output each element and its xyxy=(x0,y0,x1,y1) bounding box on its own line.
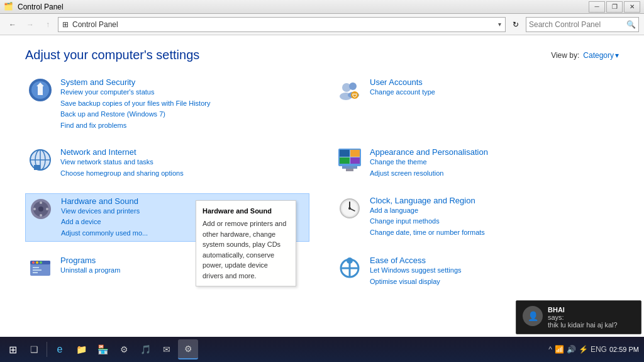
search-box[interactable]: 🔍 xyxy=(526,17,639,32)
notification-popup: 👤 BHAI says: thik lu kidair hai aj kal? xyxy=(516,300,641,334)
programs-name[interactable]: Programs xyxy=(60,256,96,265)
clock-language-link-2[interactable]: Change input methods xyxy=(370,216,616,227)
appearance-name[interactable]: Appearance and Personalisation xyxy=(370,147,488,157)
edge-button[interactable]: e xyxy=(50,339,70,359)
store-button[interactable]: 🏪 xyxy=(92,339,113,359)
network-internet-text: Network and Internet View network status… xyxy=(60,147,307,179)
media-button[interactable]: 🎵 xyxy=(135,339,155,359)
system-security-link-3[interactable]: Back up and Restore (Windows 7) xyxy=(60,109,307,120)
clock-language-text: Clock, Language and Region Add a languag… xyxy=(370,196,616,240)
system-clock[interactable]: 02:59 PM xyxy=(609,345,639,354)
tooltip-description: Add or remove printers and other hardwar… xyxy=(203,218,289,281)
clock-language-link-3[interactable]: Change date, time or number formats xyxy=(370,227,616,239)
hardware-sound-name[interactable]: Hardware and Sound xyxy=(61,196,138,206)
task-view-icon: ❑ xyxy=(30,344,38,354)
search-icon: 🔍 xyxy=(626,20,636,29)
power-tray-icon[interactable]: ⚡ xyxy=(579,345,588,354)
main-content: Adjust your computer's settings View by:… xyxy=(0,35,644,337)
network-internet-link-1[interactable]: View network status and tasks xyxy=(60,157,307,168)
view-by-label: View by: xyxy=(551,51,579,60)
close-button[interactable]: ✕ xyxy=(624,1,640,13)
svg-rect-22 xyxy=(346,169,353,171)
hardware-sound-icon xyxy=(28,196,53,222)
system-security-link-1[interactable]: Review your computer's status xyxy=(60,87,307,98)
clock-language-link-1[interactable]: Add a language xyxy=(370,205,616,217)
appearance-link-1[interactable]: Change the theme xyxy=(370,157,616,168)
notification-action: says: xyxy=(548,314,618,321)
title-bar: 🗂️ Control Panel ─ ❐ ✕ xyxy=(0,0,644,14)
ease-of-access-link-2[interactable]: Optimise visual display xyxy=(370,276,616,288)
mail-button[interactable]: ✉ xyxy=(157,339,177,359)
lang-tray[interactable]: ENG xyxy=(591,345,607,354)
search-input[interactable] xyxy=(529,20,626,29)
start-button[interactable]: ⊞ xyxy=(3,339,23,359)
control-panel-icon: ⚙ xyxy=(184,344,192,354)
system-security-name[interactable]: System and Security xyxy=(60,77,135,87)
refresh-button[interactable]: ↻ xyxy=(508,17,523,32)
svg-rect-42 xyxy=(33,269,42,271)
user-accounts-icon: 🛡 xyxy=(337,77,362,103)
view-by-dropdown[interactable]: Category ▾ xyxy=(583,51,619,60)
restore-button[interactable]: ❐ xyxy=(606,1,623,13)
network-internet-link-2[interactable]: Choose homegroup and sharing options xyxy=(60,168,307,179)
minimize-button[interactable]: ─ xyxy=(589,1,605,13)
system-tray: ^ 📶 🔊 ⚡ ENG 02:59 PM xyxy=(546,345,641,354)
svg-point-35 xyxy=(348,207,351,210)
notification-message: thik lu kidair hai aj kal? xyxy=(548,321,618,329)
network-internet-name[interactable]: Network and Internet xyxy=(60,147,136,157)
programs-icon xyxy=(28,256,53,281)
system-security-link-4[interactable]: Find and fix problems xyxy=(60,120,307,132)
page-title: Adjust your computer's settings xyxy=(25,48,199,62)
appearance-link-2[interactable]: Adjust screen resolution xyxy=(370,168,616,179)
ease-of-access-text: Ease of Access Let Windows suggest setti… xyxy=(370,256,616,287)
up-button[interactable]: ↑ xyxy=(40,17,55,32)
svg-rect-17 xyxy=(340,150,350,157)
svg-point-39 xyxy=(36,261,38,264)
svg-point-40 xyxy=(40,261,42,264)
svg-rect-41 xyxy=(33,267,39,268)
control-panel-taskbar-button[interactable]: ⚙ xyxy=(178,339,198,359)
ease-of-access-link-1[interactable]: Let Windows suggest settings xyxy=(370,265,616,276)
taskbar-divider xyxy=(47,342,47,357)
system-security-link-2[interactable]: Save backup copies of your files with Fi… xyxy=(60,98,307,110)
forward-button[interactable]: → xyxy=(23,17,38,32)
appearance-icon xyxy=(337,147,362,173)
view-by: View by: Category ▾ xyxy=(551,51,619,60)
appearance-text: Appearance and Personalisation Change th… xyxy=(370,147,616,179)
network-tray-icon[interactable]: 📶 xyxy=(555,345,564,354)
user-accounts-link-1[interactable]: Change account type xyxy=(370,87,616,98)
title-bar-controls: ─ ❐ ✕ xyxy=(589,1,640,13)
category-clock-language: Clock, Language and Region Add a languag… xyxy=(335,193,619,242)
user-accounts-name[interactable]: User Accounts xyxy=(370,77,423,87)
ease-of-access-icon xyxy=(337,256,362,281)
address-bar: ← → ↑ ⊞ Control Panel ▾ ↻ 🔍 xyxy=(0,14,644,35)
notification-user: BHAI xyxy=(548,306,618,314)
show-hidden-icon[interactable]: ^ xyxy=(548,345,552,354)
svg-point-26 xyxy=(40,201,42,204)
svg-rect-21 xyxy=(342,166,357,169)
svg-rect-43 xyxy=(33,272,38,273)
network-internet-icon xyxy=(28,147,53,173)
clock-language-name[interactable]: Clock, Language and Region xyxy=(370,196,475,205)
user-accounts-text: User Accounts Change account type xyxy=(370,77,616,131)
volume-tray-icon[interactable]: 🔊 xyxy=(567,345,576,354)
address-input[interactable]: ⊞ Control Panel ▾ xyxy=(58,17,506,32)
categories-grid: System and Security Review your computer… xyxy=(25,75,619,302)
task-view-button[interactable]: ❑ xyxy=(24,339,44,359)
notification-avatar: 👤 xyxy=(523,306,543,326)
clock-language-icon xyxy=(337,196,362,221)
file-explorer-button[interactable]: 📁 xyxy=(71,339,91,359)
steam-icon: ⚙ xyxy=(120,344,128,354)
ease-of-access-name[interactable]: Ease of Access xyxy=(370,256,426,265)
address-dropdown-icon[interactable]: ▾ xyxy=(498,21,501,28)
tooltip-box: Hardware and Sound Add or remove printer… xyxy=(196,200,296,287)
svg-point-29 xyxy=(46,208,48,210)
back-button[interactable]: ← xyxy=(5,17,20,32)
notification-text: BHAI says: thik lu kidair hai aj kal? xyxy=(548,306,618,329)
edge-icon: e xyxy=(57,344,63,355)
system-security-text: System and Security Review your computer… xyxy=(60,77,307,131)
media-icon: 🎵 xyxy=(140,344,151,354)
address-prefix-icon: ⊞ xyxy=(62,20,69,29)
steam-button[interactable]: ⚙ xyxy=(114,339,134,359)
svg-rect-14 xyxy=(34,165,40,170)
